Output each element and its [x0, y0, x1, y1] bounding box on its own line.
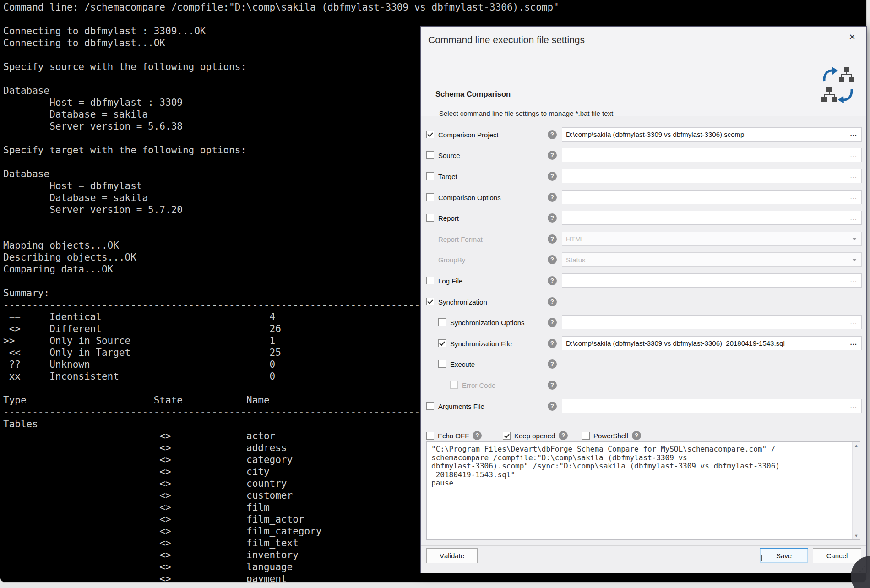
help-icon[interactable]: ? — [548, 297, 557, 306]
command-line-settings-dialog: Command line execution file settings ✕ S… — [420, 26, 867, 573]
flag-keep-opened: Keep opened? — [503, 428, 568, 443]
comparison-project-value: D:\comp\sakila (dbfmylast-3309 vs dbfmyl… — [566, 131, 744, 138]
browse-button[interactable]: ... — [850, 130, 857, 137]
target-input[interactable]: ... — [562, 169, 862, 183]
report-label: Report — [438, 214, 459, 222]
echo-off-checkbox[interactable] — [426, 432, 434, 440]
form-row-error-code: Error Code? — [426, 375, 862, 396]
bat-preview[interactable]: "C:\Program Files\Devart\dbForge Schema … — [431, 445, 851, 488]
cancel-button[interactable]: Cancel — [813, 548, 861, 563]
section-title: Schema Comparison — [435, 90, 511, 98]
target-checkbox[interactable] — [426, 172, 434, 180]
save-button[interactable]: Save — [760, 548, 808, 563]
comparison-project-checkbox[interactable] — [426, 131, 434, 138]
browse-button[interactable]: ... — [850, 401, 857, 409]
header-divider — [421, 116, 866, 116]
help-icon[interactable]: ? — [548, 151, 557, 160]
help-icon[interactable]: ? — [548, 193, 557, 202]
help-icon[interactable]: ? — [548, 402, 557, 411]
execute-checkbox[interactable] — [438, 360, 446, 368]
flag-echo-off: Echo OFF? — [426, 428, 482, 443]
scrollbar[interactable]: ▲ ▼ — [852, 442, 860, 539]
flag-powershell: PowerShell? — [582, 428, 641, 443]
help-icon[interactable]: ? — [548, 234, 557, 244]
report-format-value: HTML — [566, 235, 585, 243]
form-row-execute: Execute? — [426, 354, 862, 375]
validate-button[interactable]: Validate — [426, 548, 478, 563]
bat-flags: Echo OFF?Keep opened?PowerShell? — [426, 428, 862, 443]
groupby-value: Status — [566, 256, 586, 263]
powershell-label: PowerShell — [593, 432, 628, 440]
source-label: Source — [438, 152, 460, 159]
dialog-form-rows: Comparison Project?D:\comp\sakila (dbfmy… — [426, 124, 862, 416]
scroll-down-icon[interactable]: ▼ — [853, 532, 860, 539]
synchronization-options-checkbox[interactable] — [438, 318, 446, 326]
form-row-synchronization-options: Synchronization Options?... — [426, 312, 862, 333]
browse-button[interactable]: ... — [850, 192, 857, 200]
keep-opened-checkbox[interactable] — [503, 432, 511, 440]
help-icon[interactable]: ? — [473, 431, 482, 440]
help-icon[interactable]: ? — [548, 172, 557, 181]
browse-button[interactable]: ... — [850, 318, 857, 326]
form-row-groupby: GroupBy?Status — [426, 250, 862, 271]
close-icon[interactable]: ✕ — [846, 31, 858, 43]
source-input[interactable]: ... — [562, 148, 862, 162]
echo-off-label: Echo OFF — [438, 432, 469, 440]
execute-label: Execute — [450, 360, 475, 368]
arguments-file-input[interactable]: ... — [562, 399, 862, 413]
help-icon[interactable]: ? — [548, 359, 557, 369]
synchronization-file-checkbox[interactable] — [438, 339, 446, 347]
chevron-down-icon — [852, 259, 857, 261]
form-row-report: Report?... — [426, 207, 862, 229]
help-icon[interactable]: ? — [632, 431, 641, 440]
schema-compare-icon — [821, 66, 855, 106]
form-row-synchronization-file: Synchronization File?D:\comp\sakila (dbf… — [426, 333, 862, 354]
comparison-options-checkbox[interactable] — [426, 193, 434, 201]
help-icon[interactable]: ? — [548, 276, 557, 285]
browse-button[interactable]: ... — [850, 213, 857, 221]
form-row-comparison-options: Comparison Options?... — [426, 187, 862, 208]
arguments-file-label: Arguments File — [438, 402, 484, 410]
browse-button[interactable]: ... — [850, 172, 857, 180]
footer-divider — [421, 545, 866, 546]
comparison-project-input[interactable]: D:\comp\sakila (dbfmylast-3309 vs dbfmyl… — [562, 127, 862, 142]
browse-button[interactable]: ... — [850, 338, 857, 346]
browse-button[interactable]: ... — [850, 151, 857, 158]
report-input[interactable]: ... — [562, 211, 862, 225]
log-file-input[interactable]: ... — [562, 273, 862, 288]
source-checkbox[interactable] — [426, 151, 434, 159]
synchronization-checkbox[interactable] — [426, 298, 434, 305]
comparison-project-label: Comparison Project — [438, 131, 499, 138]
browse-button[interactable]: ... — [850, 276, 857, 284]
chevron-down-icon — [852, 238, 857, 240]
help-icon[interactable]: ? — [548, 255, 557, 264]
log-file-checkbox[interactable] — [426, 277, 434, 284]
groupby-select: Status — [562, 252, 862, 267]
bat-preview-box[interactable]: "C:\Program Files\Devart\dbForge Schema … — [426, 441, 860, 540]
synchronization-options-input[interactable]: ... — [562, 315, 862, 329]
help-icon[interactable]: ? — [548, 381, 557, 390]
comparison-options-input[interactable]: ... — [562, 190, 862, 204]
report-format-select: HTML — [562, 232, 862, 246]
dialog-title: Command line execution file settings — [428, 34, 585, 45]
error-code-checkbox — [450, 381, 458, 389]
scroll-up-icon[interactable]: ▲ — [853, 442, 860, 449]
form-row-arguments-file: Arguments File?... — [426, 396, 862, 417]
powershell-checkbox[interactable] — [582, 432, 590, 440]
target-label: Target — [438, 172, 457, 180]
form-row-target: Target?... — [426, 166, 862, 187]
synchronization-options-label: Synchronization Options — [450, 319, 525, 327]
help-icon[interactable]: ? — [548, 130, 557, 139]
report-checkbox[interactable] — [426, 214, 434, 222]
help-icon[interactable]: ? — [548, 318, 557, 327]
arguments-file-checkbox[interactable] — [426, 402, 434, 410]
synchronization-file-input[interactable]: D:\comp\sakila (dbfmylast-3309 vs dbfmyl… — [562, 336, 862, 350]
log-file-label: Log File — [438, 277, 462, 284]
form-row-log-file: Log File?... — [426, 270, 862, 291]
help-icon[interactable]: ? — [559, 431, 568, 440]
help-icon[interactable]: ? — [548, 213, 557, 223]
help-icon[interactable]: ? — [548, 339, 557, 348]
synchronization-file-label: Synchronization File — [450, 339, 512, 347]
keep-opened-label: Keep opened — [514, 432, 555, 440]
form-row-source: Source?... — [426, 145, 862, 166]
